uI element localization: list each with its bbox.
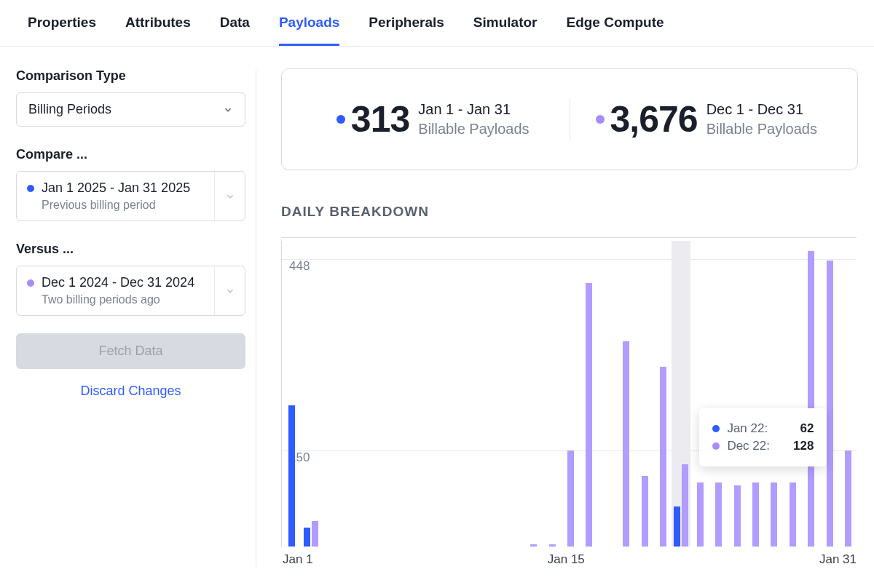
dot-icon [27,185,34,192]
summary-current: 313 Jan 1 - Jan 31 Billable Payloads [296,98,570,140]
chart-day-column[interactable] [450,241,468,547]
chart-day-column[interactable] [413,241,431,547]
chart-day-column[interactable] [838,241,857,547]
compare-dropdown-caret[interactable] [214,172,245,220]
chart-day-column[interactable] [487,241,505,547]
chart-day-column[interactable] [542,241,560,547]
compare-period-select[interactable]: Jan 1 2025 - Jan 31 2025 Previous billin… [16,171,245,221]
chart-day-column[interactable] [358,241,376,547]
summary-card: 313 Jan 1 - Jan 31 Billable Payloads 3,6… [281,68,858,170]
dot-icon [712,425,720,432]
summary-versus: 3,676 Dec 1 - Dec 31 Billable Payloads [570,98,843,140]
chart-day-column[interactable] [783,241,801,547]
chevron-down-icon [225,191,235,202]
x-axis-label: Jan 15 [548,552,585,567]
summary-current-value: 313 [351,98,409,140]
chart-day-column[interactable] [579,241,597,547]
versus-sub: Two billing periods ago [42,293,204,306]
summary-current-range: Jan 1 - Jan 31 [418,101,529,118]
chevron-down-icon [225,286,235,296]
dot-icon [712,442,720,450]
tab-simulator[interactable]: Simulator [473,15,538,46]
summary-versus-value: 3,676 [610,98,698,140]
versus-dropdown-caret[interactable] [214,266,245,315]
filters-sidebar: Comparison Type Billing Periods Compare … [16,68,256,567]
versus-range: Dec 1 2024 - Dec 31 2024 [42,275,194,290]
chart-day-column[interactable] [394,241,412,547]
chart-tooltip: Jan 22:62Dec 22:128 [699,408,827,466]
daily-breakdown-title: DAILY BREAKDOWN [281,204,858,220]
chart-day-column[interactable] [653,241,672,547]
chart-day-column[interactable] [727,241,745,547]
chart-day-column[interactable] [634,241,653,547]
discard-changes-link[interactable]: Discard Changes [16,384,245,399]
chart-day-column[interactable] [746,241,764,547]
chart-day-column[interactable] [709,241,727,547]
chart-day-column[interactable] [801,241,819,547]
summary-current-label: Billable Payloads [418,121,529,138]
dot-icon [596,115,605,124]
chart-day-column[interactable] [764,241,782,547]
versus-period-select[interactable]: Dec 1 2024 - Dec 31 2024 Two billing per… [16,266,245,316]
tab-data[interactable]: Data [220,15,250,46]
dot-icon [27,279,34,287]
chart-day-column[interactable] [598,241,616,547]
comparison-type-value: Billing Periods [28,102,111,117]
chart-day-column[interactable] [524,241,542,547]
chart-day-column[interactable] [690,241,709,547]
chart-day-column[interactable] [819,241,838,547]
daily-breakdown-chart: 150448Jan 22:62Dec 22:128 Jan 1Jan 15Jan… [281,237,857,567]
compare-label: Compare ... [16,147,238,162]
tabs: PropertiesAttributesDataPayloadsPeripher… [0,0,874,47]
chart-day-column[interactable] [302,241,320,547]
chart-day-column[interactable] [376,241,394,547]
tab-payloads[interactable]: Payloads [279,15,339,46]
comparison-type-label: Comparison Type [16,68,238,84]
chart-day-column[interactable] [339,241,357,547]
compare-range: Jan 1 2025 - Jan 31 2025 [42,180,190,196]
chart-day-column[interactable] [320,241,339,547]
tab-properties[interactable]: Properties [28,15,96,46]
tab-edge-compute[interactable]: Edge Compute [566,15,664,46]
x-axis-label: Jan 31 [819,552,857,567]
chart-day-column[interactable] [672,241,690,547]
chart-day-column[interactable] [561,241,579,547]
x-axis-label: Jan 1 [283,552,313,567]
tab-attributes[interactable]: Attributes [125,15,191,46]
chart-day-column[interactable] [468,241,487,547]
tab-peripherals[interactable]: Peripherals [369,15,444,46]
fetch-data-button[interactable]: Fetch Data [16,333,245,369]
compare-sub: Previous billing period [42,199,204,212]
chart-day-column[interactable] [505,241,524,547]
chart-day-column[interactable] [431,241,449,547]
chevron-down-icon [223,105,233,115]
chart-day-column[interactable] [616,241,634,547]
main-content: 313 Jan 1 - Jan 31 Billable Payloads 3,6… [256,68,858,567]
summary-versus-label: Billable Payloads [706,121,817,138]
summary-versus-range: Dec 1 - Dec 31 [706,101,817,118]
comparison-type-select[interactable]: Billing Periods [16,92,245,127]
dot-icon [336,115,345,124]
chart-day-column[interactable] [283,241,302,547]
versus-label: Versus ... [16,242,238,257]
